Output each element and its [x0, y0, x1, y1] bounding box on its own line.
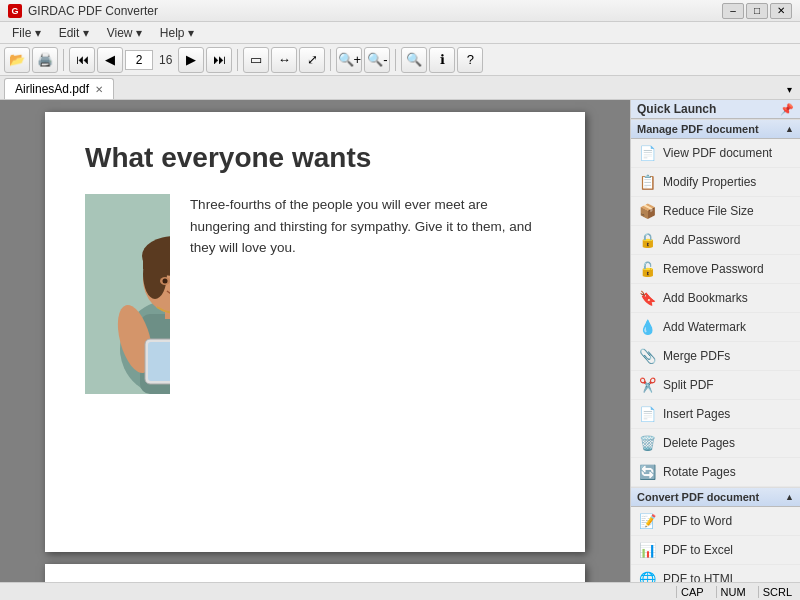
- manage-item-6[interactable]: 💧 Add Watermark: [631, 313, 800, 342]
- panel-item-label-1: Modify Properties: [663, 175, 756, 189]
- total-pages: 16: [155, 53, 176, 67]
- info-button[interactable]: ℹ: [429, 47, 455, 73]
- right-panel-content: Manage PDF document ▲ 📄 View PDF documen…: [631, 119, 800, 600]
- separator-3: [330, 49, 331, 71]
- app-title: GIRDAC PDF Converter: [28, 4, 158, 18]
- manage-item-5[interactable]: 🔖 Add Bookmarks: [631, 284, 800, 313]
- help-button[interactable]: ?: [457, 47, 483, 73]
- panel-item-icon-8: ✂️: [637, 375, 657, 395]
- fit-width-button[interactable]: ↔: [271, 47, 297, 73]
- manage-item-2[interactable]: 📦 Reduce File Size: [631, 197, 800, 226]
- num-indicator: NUM: [716, 586, 750, 598]
- panel-item-icon-11: 🔄: [637, 462, 657, 482]
- separator-1: [63, 49, 64, 71]
- manage-item-11[interactable]: 🔄 Rotate Pages: [631, 458, 800, 487]
- manage-item-8[interactable]: ✂️ Split PDF: [631, 371, 800, 400]
- menu-file[interactable]: File ▾: [4, 24, 49, 42]
- convert-item-label-1: PDF to Excel: [663, 543, 733, 557]
- separator-2: [237, 49, 238, 71]
- first-page-button[interactable]: ⏮: [69, 47, 95, 73]
- manage-item-1[interactable]: 📋 Modify Properties: [631, 168, 800, 197]
- menu-bar: File ▾ Edit ▾ View ▾ Help ▾: [0, 22, 800, 44]
- search-button[interactable]: 🔍: [401, 47, 427, 73]
- title-bar-left: G GIRDAC PDF Converter: [8, 4, 158, 18]
- prev-page-button[interactable]: ◀: [97, 47, 123, 73]
- panel-item-label-7: Merge PDFs: [663, 349, 730, 363]
- panel-item-icon-6: 💧: [637, 317, 657, 337]
- panel-item-icon-5: 🔖: [637, 288, 657, 308]
- current-page-input[interactable]: 2: [125, 50, 153, 70]
- tab-bar: AirlinesAd.pdf ✕ ▾: [0, 76, 800, 100]
- convert-section-header[interactable]: Convert PDF document ▲: [631, 487, 800, 507]
- close-button[interactable]: ✕: [770, 3, 792, 19]
- quick-launch-header: Quick Launch 📌: [631, 100, 800, 119]
- open-button[interactable]: 📂: [4, 47, 30, 73]
- panel-item-label-8: Split PDF: [663, 378, 714, 392]
- tab-close-button[interactable]: ✕: [95, 84, 103, 95]
- convert-item-icon-0: 📝: [637, 511, 657, 531]
- toolbar: 📂 🖨️ ⏮ ◀ 2 16 ▶ ⏭ ▭ ↔ ⤢ 🔍+ 🔍- 🔍 ℹ ?: [0, 44, 800, 76]
- title-bar: G GIRDAC PDF Converter – □ ✕: [0, 0, 800, 22]
- app-icon: G: [8, 4, 22, 18]
- scrl-indicator: SCRL: [758, 586, 796, 598]
- panel-item-icon-9: 📄: [637, 404, 657, 424]
- quick-launch-title: Quick Launch: [637, 102, 716, 116]
- panel-item-label-0: View PDF document: [663, 146, 772, 160]
- last-page-button[interactable]: ⏭: [206, 47, 232, 73]
- manage-item-0[interactable]: 📄 View PDF document: [631, 139, 800, 168]
- next-page-button[interactable]: ▶: [178, 47, 204, 73]
- convert-item-label-0: PDF to Word: [663, 514, 732, 528]
- pdf-page-title: What everyone wants: [85, 142, 545, 174]
- panel-item-label-6: Add Watermark: [663, 320, 746, 334]
- panel-item-label-9: Insert Pages: [663, 407, 730, 421]
- menu-view[interactable]: View ▾: [99, 24, 150, 42]
- convert-item-0[interactable]: 📝 PDF to Word: [631, 507, 800, 536]
- manage-item-3[interactable]: 🔒 Add Password: [631, 226, 800, 255]
- pdf-content: Three-fourths of the people you will eve…: [85, 194, 545, 394]
- panel-item-icon-3: 🔒: [637, 230, 657, 250]
- panel-item-icon-1: 📋: [637, 172, 657, 192]
- panel-item-label-11: Rotate Pages: [663, 465, 736, 479]
- pdf-page-1: What everyone wants: [45, 112, 585, 552]
- panel-item-label-4: Remove Password: [663, 262, 764, 276]
- panel-item-icon-4: 🔓: [637, 259, 657, 279]
- maximize-button[interactable]: □: [746, 3, 768, 19]
- pdf-body-text: Three-fourths of the people you will eve…: [190, 194, 545, 394]
- window-controls: – □ ✕: [722, 3, 792, 19]
- manage-items-list: 📄 View PDF document 📋 Modify Properties …: [631, 139, 800, 487]
- status-bar: CAP NUM SCRL: [0, 582, 800, 600]
- manage-section-header[interactable]: Manage PDF document ▲: [631, 119, 800, 139]
- manage-item-4[interactable]: 🔓 Remove Password: [631, 255, 800, 284]
- convert-arrow-icon: ▲: [785, 492, 794, 502]
- minimize-button[interactable]: –: [722, 3, 744, 19]
- cap-indicator: CAP: [676, 586, 708, 598]
- convert-item-icon-1: 📊: [637, 540, 657, 560]
- svg-rect-8: [143, 254, 170, 269]
- pdf-tab[interactable]: AirlinesAd.pdf ✕: [4, 78, 114, 99]
- page-layout-button[interactable]: ▭: [243, 47, 269, 73]
- menu-help[interactable]: Help ▾: [152, 24, 202, 42]
- svg-point-11: [163, 279, 168, 284]
- manage-arrow-icon: ▲: [785, 124, 794, 134]
- manage-item-10[interactable]: 🗑️ Delete Pages: [631, 429, 800, 458]
- manage-item-9[interactable]: 📄 Insert Pages: [631, 400, 800, 429]
- pdf-image: [85, 194, 170, 394]
- convert-item-1[interactable]: 📊 PDF to Excel: [631, 536, 800, 565]
- panel-item-icon-0: 📄: [637, 143, 657, 163]
- convert-section-label: Convert PDF document: [637, 491, 759, 503]
- right-panel: Quick Launch 📌 Manage PDF document ▲ 📄 V…: [630, 100, 800, 600]
- zoom-in-button[interactable]: 🔍+: [336, 47, 362, 73]
- print-button[interactable]: 🖨️: [32, 47, 58, 73]
- tab-dropdown-button[interactable]: ▾: [783, 80, 796, 99]
- panel-item-label-3: Add Password: [663, 233, 740, 247]
- panel-item-label-10: Delete Pages: [663, 436, 735, 450]
- fit-page-button[interactable]: ⤢: [299, 47, 325, 73]
- pdf-viewer[interactable]: What everyone wants: [0, 100, 630, 600]
- panel-item-icon-7: 📎: [637, 346, 657, 366]
- manage-section-label: Manage PDF document: [637, 123, 759, 135]
- zoom-out-button[interactable]: 🔍-: [364, 47, 390, 73]
- menu-edit[interactable]: Edit ▾: [51, 24, 97, 42]
- tab-label: AirlinesAd.pdf: [15, 82, 89, 96]
- panel-pin-button[interactable]: 📌: [780, 103, 794, 116]
- manage-item-7[interactable]: 📎 Merge PDFs: [631, 342, 800, 371]
